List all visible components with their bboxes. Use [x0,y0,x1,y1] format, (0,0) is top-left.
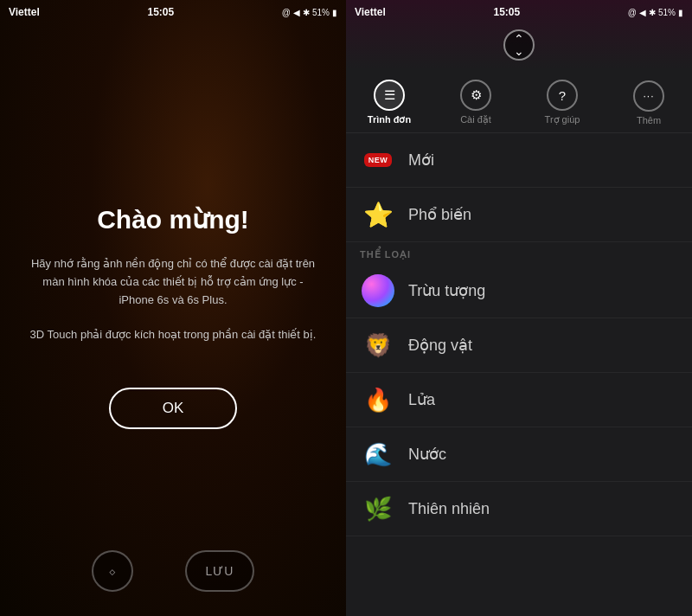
tro-giup-label: Trợ giúp [545,114,580,125]
left-panel: Viettel 15:05 @ ◀ ✱ 51% ▮ Chào mừng! Hãy… [0,0,346,616]
ok-button[interactable]: OK [109,388,238,429]
dong-vat-label: Động vật [408,336,472,355]
them-label: Thêm [637,115,661,125]
nuoc-icon: 🌊 [360,436,396,472]
nuoc-label: Nước [408,445,446,464]
dong-vat-icon: 🦁 [360,327,396,363]
thien-nhien-label: Thiên nhiên [408,500,490,518]
location-icon-r: @ [628,8,637,17]
location-icon: @ [282,8,291,17]
section-header-the-loai: THỂ LOẠI [346,242,692,264]
nav-tabs: ☰ Trình đơn ⚙ Cài đặt ? Trợ giúp ··· Thê… [346,69,692,133]
welcome-title: Chào mừng! [97,204,249,234]
pho-bien-icon: ⭐ [360,196,396,233]
lua-icon: 🔥 [360,382,396,418]
carrier-right: Viettel [355,6,386,18]
cai-dat-label: Cài đặt [460,114,491,125]
time-left: 15:05 [147,6,174,18]
tro-giup-icon: ? [547,80,578,111]
battery-label-r: 51% [658,8,676,17]
menu-item-pho-bien[interactable]: ⭐ Phổ biến [346,188,692,242]
moi-label: Mới [408,151,434,170]
moi-icon: NEW [360,142,396,178]
status-bar-left: Viettel 15:05 @ ◀ ✱ 51% ▮ [0,0,346,24]
lua-label: Lửa [408,390,435,409]
battery-icon-r: ▮ [678,8,683,17]
save-button[interactable]: LƯU [185,550,254,592]
carrier-left: Viettel [9,6,40,18]
chevron-icon: ⌃⌄ [514,33,524,57]
time-right: 15:05 [493,6,520,18]
battery-label: 51% [312,8,330,17]
menu-item-thien-nhien[interactable]: 🌿 Thiên nhiên [346,482,692,536]
cai-dat-icon: ⚙ [460,80,491,111]
arrow-icon-r: ◀ [639,8,646,17]
status-icons-right: @ ◀ ✱ 51% ▮ [628,8,683,17]
tab-them[interactable]: ··· Thêm [623,80,675,125]
menu-item-lua[interactable]: 🔥 Lửa [346,373,692,427]
bottom-controls: ⬦ LƯU [0,550,346,592]
tab-cai-dat[interactable]: ⚙ Cài đặt [450,80,502,125]
trinh-don-label: Trình đơn [368,114,411,125]
tab-trinh-don[interactable]: ☰ Trình đơn [363,80,415,125]
welcome-content: Chào mừng! Hãy nhớ rằng ảnh nền động chỉ… [0,187,346,429]
them-icon: ··· [633,80,664,112]
chevron-button[interactable]: ⌃⌄ [503,29,535,61]
menu-item-dong-vat[interactable]: 🦁 Động vật [346,318,692,373]
thien-nhien-icon: 🌿 [360,491,396,527]
bluetooth-icon: ✱ [303,8,310,17]
adjust-button[interactable]: ⬦ [92,550,133,592]
menu-item-moi[interactable]: NEW Mới [346,133,692,188]
pho-bien-label: Phổ biến [408,205,471,224]
menu-list: NEW Mới ⭐ Phổ biến THỂ LOẠI Trừu tượng 🦁… [346,133,692,616]
welcome-body-1: Hãy nhớ rằng ảnh nền động chỉ có thể đượ… [28,255,318,309]
tru-tuong-icon [360,273,396,309]
status-bar-right: Viettel 15:05 @ ◀ ✱ 51% ▮ [346,0,692,24]
tru-tuong-label: Trừu tượng [408,281,485,300]
welcome-body-2: 3D Touch phải được kích hoạt trong phần … [30,326,317,344]
right-panel: Viettel 15:05 @ ◀ ✱ 51% ▮ ⌃⌄ ☰ Trình đơn… [346,0,692,616]
status-icons-left: @ ◀ ✱ 51% ▮ [282,8,337,17]
menu-item-nuoc[interactable]: 🌊 Nước [346,427,692,482]
tab-tro-giup[interactable]: ? Trợ giúp [536,80,588,125]
bluetooth-icon-r: ✱ [649,8,656,17]
battery-icon: ▮ [332,8,337,17]
arrow-icon: ◀ [293,8,300,17]
menu-item-tru-tuong[interactable]: Trừu tượng [346,264,692,318]
trinh-don-icon: ☰ [374,80,405,111]
